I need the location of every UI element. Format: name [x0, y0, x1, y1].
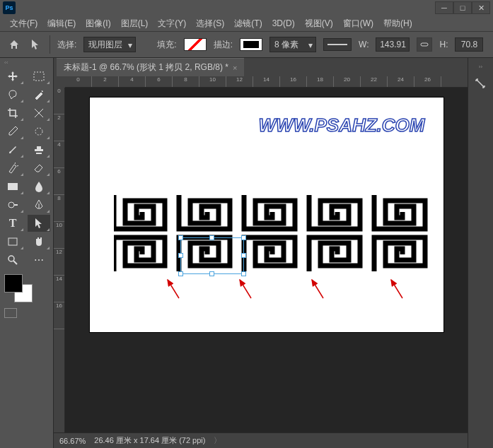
eraser-tool[interactable] — [28, 160, 50, 177]
ruler-vertical[interactable]: 0246810121416 — [54, 88, 65, 432]
titlebar: Ps ─ □ ✕ — [0, 0, 493, 16]
menu-3d[interactable]: 3D(D) — [268, 17, 299, 30]
dodge-tool[interactable] — [1, 196, 24, 213]
move-tool[interactable] — [1, 68, 24, 85]
watermark-text: WWW.PSAHZ.COM — [259, 114, 425, 136]
clone-stamp-tool[interactable] — [28, 141, 50, 158]
svg-rect-0 — [421, 43, 428, 46]
marquee-tool[interactable] — [28, 68, 50, 85]
menu-view[interactable]: 视图(V) — [301, 16, 337, 31]
menubar: 文件(F) 编辑(E) 图像(I) 图层(L) 文字(Y) 选择(S) 滤镜(T… — [0, 16, 493, 31]
doc-info[interactable]: 26.46 厘米 x 17.64 厘米 (72 ppi) — [94, 435, 205, 446]
document-tabs: 未标题-1 @ 66.7% (形状 1 拷贝 2, RGB/8) * × — [54, 58, 468, 76]
fill-swatch[interactable] — [184, 38, 207, 51]
crop-tool[interactable] — [1, 105, 24, 122]
history-brush-tool[interactable] — [1, 160, 24, 177]
menu-edit[interactable]: 编辑(E) — [43, 16, 80, 31]
zoom-tool[interactable] — [1, 252, 24, 269]
toolbox: ‹‹ T ⋯ — [0, 58, 54, 448]
status-bar: 66.67% 26.46 厘米 x 17.64 厘米 (72 ppi) 〉 — [54, 432, 468, 448]
shape-tool[interactable] — [1, 233, 24, 250]
edit-toolbar[interactable]: ⋯ — [28, 252, 50, 269]
path-selection-tool[interactable] — [28, 215, 50, 232]
stroke-label: 描边: — [214, 39, 233, 51]
svg-point-2 — [35, 128, 42, 135]
svg-point-7 — [8, 256, 14, 261]
color-swatches[interactable] — [4, 274, 33, 302]
foreground-color[interactable] — [4, 274, 23, 293]
fill-label: 填充: — [157, 39, 176, 51]
close-icon[interactable]: × — [233, 64, 237, 72]
maximize-button[interactable]: □ — [453, 1, 472, 14]
height-label: H: — [439, 40, 448, 49]
svg-line-9 — [240, 280, 251, 298]
zoom-level[interactable]: 66.67% — [59, 437, 86, 445]
document-tab[interactable]: 未标题-1 @ 66.7% (形状 1 拷贝 2, RGB/8) * × — [57, 58, 244, 76]
ruler-horizontal[interactable]: 02468101214161820222426 — [65, 76, 468, 88]
annotation-arrows — [90, 276, 443, 304]
link-wh-icon[interactable] — [417, 37, 432, 52]
lasso-tool[interactable] — [1, 86, 24, 103]
svg-line-11 — [391, 280, 402, 298]
svg-line-8 — [168, 280, 179, 298]
quick-mask-toggle[interactable] — [4, 308, 49, 318]
type-tool[interactable]: T — [1, 215, 24, 232]
canvas[interactable]: WWW.PSAHZ.COM — [90, 98, 443, 332]
ruler-origin[interactable] — [54, 76, 65, 88]
gradient-tool[interactable] — [1, 178, 24, 195]
minimize-button[interactable]: ─ — [435, 1, 453, 14]
height-input[interactable] — [455, 37, 483, 52]
svg-line-10 — [312, 280, 323, 298]
svg-rect-3 — [8, 183, 18, 190]
document-title: 未标题-1 @ 66.7% (形状 1 拷贝 2, RGB/8) * — [64, 61, 228, 73]
menu-help[interactable]: 帮助(H) — [379, 16, 417, 31]
stroke-style-dropdown[interactable] — [323, 38, 352, 51]
menu-select[interactable]: 选择(S) — [192, 16, 228, 31]
app-logo: Ps — [3, 1, 16, 14]
brush-tool[interactable] — [1, 141, 24, 158]
magic-wand-tool[interactable] — [28, 86, 50, 103]
select-layer-dropdown[interactable]: 现用图层 ▾ — [83, 37, 136, 52]
menu-image[interactable]: 图像(I) — [81, 16, 115, 31]
menu-type[interactable]: 文字(Y) — [153, 16, 190, 31]
eyedropper-tool[interactable] — [1, 123, 24, 140]
panel-collapse-icon[interactable]: ‹‹ — [4, 59, 8, 66]
svg-rect-1 — [34, 72, 44, 81]
right-panel-dock: ›› — [468, 58, 493, 448]
properties-panel-icon[interactable] — [472, 76, 489, 93]
path-select-icon[interactable] — [28, 37, 42, 52]
stroke-color-swatch[interactable] — [240, 38, 262, 51]
home-icon[interactable] — [7, 37, 21, 52]
select-label: 选择: — [57, 39, 76, 51]
menu-window[interactable]: 窗口(W) — [339, 16, 378, 31]
options-bar: 选择: 现用图层 ▾ 填充: 描边: 8 像素▾ W: H: — [0, 31, 493, 58]
greek-pattern — [114, 195, 442, 274]
menu-layer[interactable]: 图层(L) — [117, 16, 153, 31]
spot-heal-tool[interactable] — [28, 123, 50, 140]
chevron-right-icon[interactable]: 〉 — [214, 435, 221, 446]
menu-filter[interactable]: 滤镜(T) — [230, 16, 266, 31]
svg-rect-6 — [8, 238, 17, 245]
blur-tool[interactable] — [28, 178, 50, 195]
pen-tool[interactable] — [28, 196, 50, 213]
close-button[interactable]: ✕ — [472, 1, 490, 14]
menu-file[interactable]: 文件(F) — [6, 16, 42, 31]
svg-point-5 — [8, 202, 14, 208]
stroke-size-dropdown[interactable]: 8 像素▾ — [269, 37, 316, 52]
width-input[interactable] — [376, 37, 410, 52]
width-label: W: — [359, 40, 369, 49]
slice-tool[interactable] — [28, 105, 50, 122]
panel-expand-icon[interactable]: ›› — [479, 64, 482, 70]
hand-tool[interactable] — [28, 233, 50, 250]
